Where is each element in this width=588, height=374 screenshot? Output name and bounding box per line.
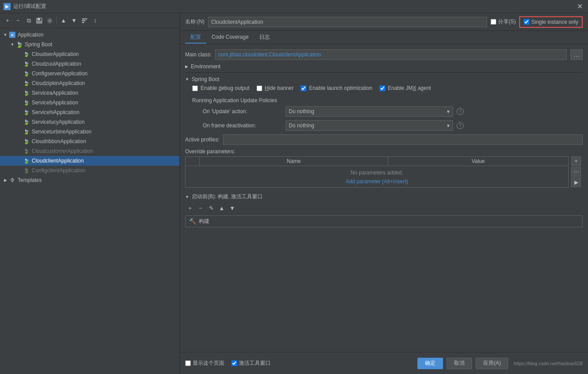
list-item[interactable]: 🍃 CloudserApplication — [0, 49, 179, 59]
ok-button[interactable]: 确定 — [417, 358, 443, 369]
move-down-button[interactable]: ▼ — [69, 16, 79, 26]
active-profiles-input[interactable] — [223, 134, 583, 145]
bottom-buttons: 确定 取消 应用(A) — [417, 358, 508, 369]
hide-banner-checkbox[interactable] — [257, 85, 262, 91]
settings-button[interactable] — [45, 16, 55, 26]
item-label: ServicelucyApplication — [32, 119, 85, 125]
move-task-down-button[interactable]: ▼ — [227, 203, 237, 213]
app-run-icon: 🍃 — [23, 70, 30, 77]
main-class-label: Main class: — [185, 52, 212, 58]
close-button[interactable]: ✕ — [575, 2, 584, 11]
divider — [185, 72, 583, 73]
tree-templates[interactable]: ▶ Templates — [0, 175, 179, 185]
tab-coverage[interactable]: Code Coverage — [206, 31, 254, 44]
tab-log[interactable]: 日志 — [254, 31, 275, 44]
build-label: 构建 — [199, 218, 209, 225]
item-label: CloudribbonApplication — [32, 138, 86, 144]
app-run-icon: 🍃 — [23, 138, 30, 145]
tab-config[interactable]: 配置 — [185, 31, 206, 44]
svg-rect-4 — [82, 19, 87, 19]
build-item[interactable]: 🔨 构建 — [185, 215, 583, 227]
show-page-label: 显示这个页面 — [193, 359, 224, 367]
edit-task-button[interactable]: ✎ — [206, 203, 216, 213]
on-update-select[interactable]: Do nothing Update resources Update class… — [286, 106, 453, 117]
add-task-button[interactable]: + — [185, 203, 195, 213]
list-item[interactable]: 🍃 ServicelucyApplication — [0, 117, 179, 127]
svg-rect-1 — [37, 18, 40, 20]
item-label: ServicehiApplication — [32, 109, 79, 115]
app-run-icon: 🍃 — [23, 148, 30, 155]
list-item[interactable]: 🍃 ConfigclientApplication — [0, 166, 179, 175]
item-label: CloudzipkinApplication — [32, 80, 85, 86]
params-add-button[interactable]: + — [571, 156, 581, 166]
list-item[interactable]: 🍃 CloudzuulApplication — [0, 59, 179, 69]
springboot-section-content: Enable debug output Hide banner Enable l… — [185, 85, 583, 131]
item-label: CloudclientApplication — [32, 158, 84, 164]
on-frame-help-icon[interactable]: ? — [457, 122, 464, 129]
tree-springboot[interactable]: ▼ 🍃 Spring Boot — [0, 40, 179, 49]
enable-debug-checkbox[interactable] — [192, 85, 198, 91]
hide-banner-row: Hide banner — [257, 85, 294, 91]
on-frame-row: On frame deactivation: Do nothing Update… — [192, 120, 583, 131]
list-item[interactable]: 🍃 ServicebApplication — [0, 98, 179, 107]
right-panel: 名称:(N) 分享(S) Single instance only 配置 Cod… — [180, 13, 588, 374]
svg-point-3 — [49, 20, 51, 22]
list-item[interactable]: 🍃 ServiceaApplication — [0, 88, 179, 98]
templates-icon — [9, 177, 16, 184]
move-config-button[interactable]: ↕ — [90, 16, 100, 26]
cancel-button[interactable]: 取消 — [447, 358, 472, 369]
single-instance-checkbox[interactable] — [524, 19, 529, 25]
enable-jmx-label: Enable JMX agent — [388, 85, 431, 91]
svg-rect-5 — [82, 20, 86, 21]
content-area: Main class: … ▶ Environment ▼ Spring Boo… — [180, 44, 588, 352]
list-item[interactable]: 🍃 ConfigserverApplication — [0, 69, 179, 78]
on-update-help-icon[interactable]: ? — [457, 108, 464, 115]
add-param-link[interactable]: Add parameter (Alt+Insert) — [346, 178, 408, 185]
enable-launch-checkbox[interactable] — [301, 85, 306, 91]
springboot-label: Spring Boot — [25, 41, 52, 48]
environment-section-header[interactable]: ▶ Environment — [185, 63, 583, 70]
before-launch-arrow: ▼ — [185, 195, 189, 199]
tree-application[interactable]: ▼ A Application — [0, 30, 179, 40]
move-task-up-button[interactable]: ▲ — [217, 203, 227, 213]
name-input[interactable] — [208, 17, 487, 27]
params-right-button[interactable]: ▶ — [571, 178, 581, 187]
application-label: Application — [18, 32, 44, 38]
col-check — [186, 157, 200, 166]
sort-button[interactable] — [80, 16, 89, 26]
app-run-icon: 🍃 — [23, 128, 30, 135]
move-up-button[interactable]: ▲ — [59, 16, 68, 26]
save-button[interactable] — [34, 16, 44, 26]
remove-task-button[interactable]: − — [196, 203, 205, 213]
enable-jmx-checkbox[interactable] — [380, 85, 385, 91]
svg-rect-7 — [11, 180, 13, 182]
main-class-input[interactable] — [215, 49, 567, 60]
show-page-checkbox[interactable] — [185, 360, 191, 366]
hide-banner-label: Hide banner — [265, 85, 294, 91]
main-class-browse-button[interactable]: … — [570, 49, 583, 60]
add-button[interactable]: + — [3, 16, 12, 26]
on-frame-label: On frame deactivation: — [203, 122, 282, 129]
springboot-section-header[interactable]: ▼ Spring Boot — [185, 76, 583, 82]
list-item[interactable]: 🍃 ServiceturbineApplication — [0, 127, 179, 137]
list-item[interactable]: 🍃 CloudribbonApplication — [0, 137, 179, 146]
share-checkbox[interactable] — [491, 19, 496, 25]
list-item-selected[interactable]: 🍃 CloudclientApplication — [0, 156, 179, 166]
list-item[interactable]: 🍃 CloudcustomerApplication — [0, 146, 179, 156]
activate-tool-checkbox[interactable] — [231, 360, 237, 366]
item-label: ServicebApplication — [32, 100, 78, 106]
remove-button[interactable]: − — [13, 16, 23, 26]
no-params-message: No parameters added. — [189, 168, 565, 178]
params-scroll-button[interactable]: ⋯ — [571, 167, 581, 177]
list-item[interactable]: 🍃 CloudzipkinApplication — [0, 78, 179, 88]
before-launch-header[interactable]: ▼ 启动前(B): 构建, 激活工具窗口 — [185, 193, 583, 200]
enable-launch-label: Enable launch optimization — [309, 85, 372, 91]
on-frame-select[interactable]: Do nothing Update resources Update class… — [286, 120, 453, 131]
copy-button[interactable]: ⧉ — [24, 16, 33, 26]
apply-button[interactable]: 应用(A) — [476, 358, 508, 369]
springboot-arrow: ▼ — [9, 41, 16, 48]
list-item[interactable]: 🍃 ServicehiApplication — [0, 107, 179, 117]
on-update-label: On 'Update' action: — [203, 108, 282, 115]
app-run-icon: 🍃 — [23, 157, 30, 164]
springboot-section-arrow: ▼ — [185, 77, 189, 81]
